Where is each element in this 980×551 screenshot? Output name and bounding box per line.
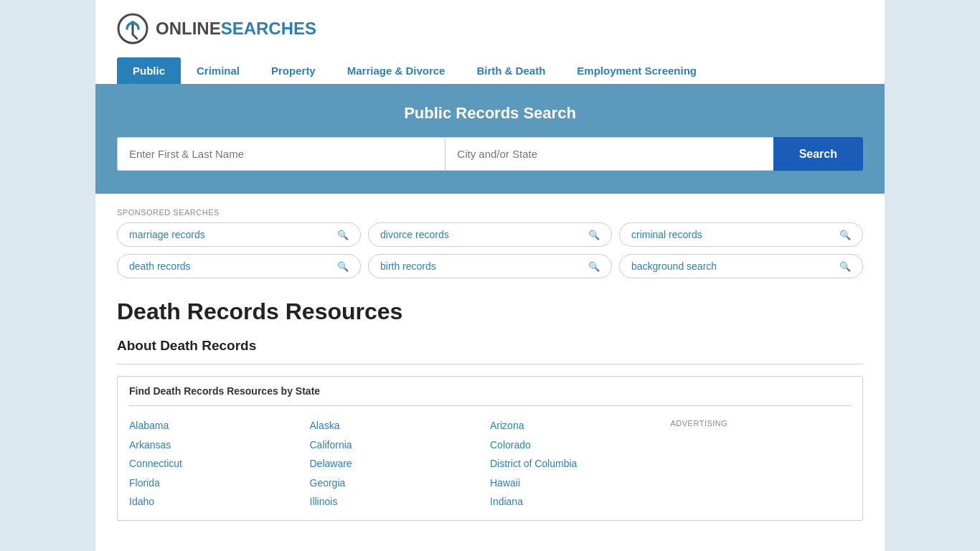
main-nav: Public Criminal Property Marriage & Divo… <box>117 57 863 84</box>
main-content: SPONSORED SEARCHES marriage records 🔍 di… <box>95 194 885 542</box>
sponsored-death-records[interactable]: death records 🔍 <box>117 254 361 278</box>
search-icon-background: 🔍 <box>839 261 851 272</box>
search-banner-title: Public Records Search <box>117 104 863 123</box>
page-title: Death Records Resources <box>117 298 863 325</box>
search-icon-birth: 🔍 <box>588 261 600 272</box>
sponsored-divorce-records[interactable]: divorce records 🔍 <box>368 222 612 247</box>
states-col-1: Alabama Arkansas Connecticut Florida Ida… <box>129 416 310 512</box>
state-link-california[interactable]: California <box>310 439 352 451</box>
state-link-indiana[interactable]: Indiana <box>490 496 523 507</box>
states-columns: Alabama Arkansas Connecticut Florida Ida… <box>129 416 851 512</box>
sponsored-label-birth: birth records <box>380 260 436 272</box>
logo-icon <box>117 13 149 44</box>
state-link-delaware[interactable]: Delaware <box>310 458 352 469</box>
search-icon-death: 🔍 <box>337 261 349 272</box>
search-location-input[interactable] <box>445 137 773 171</box>
search-icon-marriage: 🔍 <box>337 230 349 240</box>
search-icon-divorce: 🔍 <box>588 230 600 240</box>
svg-line-3 <box>133 34 137 39</box>
state-resources-label: Find Death Records Resources by State <box>129 385 851 397</box>
state-resources-box: Find Death Records Resources by State Al… <box>117 376 863 521</box>
section-divider <box>117 364 863 364</box>
state-link-connecticut[interactable]: Connecticut <box>129 458 182 469</box>
sponsored-label-background: background search <box>631 260 717 272</box>
logo-searches: SEARCHES <box>221 19 316 38</box>
nav-item-employment[interactable]: Employment Screening <box>561 57 712 84</box>
search-row: Search <box>117 137 863 171</box>
state-link-alabama[interactable]: Alabama <box>129 420 169 431</box>
sponsored-marriage-records[interactable]: marriage records 🔍 <box>117 222 361 247</box>
state-link-hawaii[interactable]: Hawaii <box>490 477 520 489</box>
state-link-georgia[interactable]: Georgia <box>310 477 346 489</box>
search-name-input[interactable] <box>117 137 445 171</box>
state-box-divider <box>129 405 851 406</box>
states-col-3: Arizona Colorado District of Columbia Ha… <box>490 416 671 512</box>
sponsored-label: SPONSORED SEARCHES <box>117 208 863 217</box>
nav-item-property[interactable]: Property <box>255 57 331 84</box>
sponsored-criminal-records[interactable]: criminal records 🔍 <box>619 222 863 247</box>
state-link-colorado[interactable]: Colorado <box>490 439 531 451</box>
sponsored-grid: marriage records 🔍 divorce records 🔍 cri… <box>117 222 863 278</box>
about-heading: About Death Records <box>117 338 863 354</box>
nav-item-birth-death[interactable]: Birth & Death <box>461 57 561 84</box>
search-icon-criminal: 🔍 <box>839 230 851 240</box>
sponsored-background-search[interactable]: background search 🔍 <box>619 254 863 278</box>
state-link-district-of-columbia[interactable]: District of Columbia <box>490 458 577 469</box>
state-link-florida[interactable]: Florida <box>129 477 160 489</box>
states-col-4-advertising: ADVERTISING <box>671 416 852 512</box>
states-col-2: Alaska California Delaware Georgia Illin… <box>310 416 491 512</box>
state-link-idaho[interactable]: Idaho <box>129 496 154 507</box>
sponsored-birth-records[interactable]: birth records 🔍 <box>368 254 612 278</box>
sponsored-label-criminal: criminal records <box>631 229 702 240</box>
state-link-arizona[interactable]: Arizona <box>490 420 524 431</box>
state-link-illinois[interactable]: Illinois <box>310 496 338 507</box>
search-button[interactable]: Search <box>773 137 863 171</box>
sponsored-label-death: death records <box>129 260 191 272</box>
state-link-arkansas[interactable]: Arkansas <box>129 439 171 451</box>
search-banner: Public Records Search Search <box>95 84 885 194</box>
header: ONLINESEARCHES Public Criminal Property … <box>95 0 885 84</box>
sponsored-label-marriage: marriage records <box>129 229 205 240</box>
sponsored-label-divorce: divorce records <box>380 229 449 240</box>
logo-area: ONLINESEARCHES <box>117 13 863 44</box>
logo-online: ONLINE <box>156 19 221 38</box>
advertising-label: ADVERTISING <box>671 416 852 428</box>
state-link-alaska[interactable]: Alaska <box>310 420 340 431</box>
logo-text: ONLINESEARCHES <box>156 19 316 39</box>
nav-item-public[interactable]: Public <box>117 57 181 84</box>
nav-item-criminal[interactable]: Criminal <box>181 57 255 84</box>
nav-item-marriage-divorce[interactable]: Marriage & Divorce <box>331 57 461 84</box>
